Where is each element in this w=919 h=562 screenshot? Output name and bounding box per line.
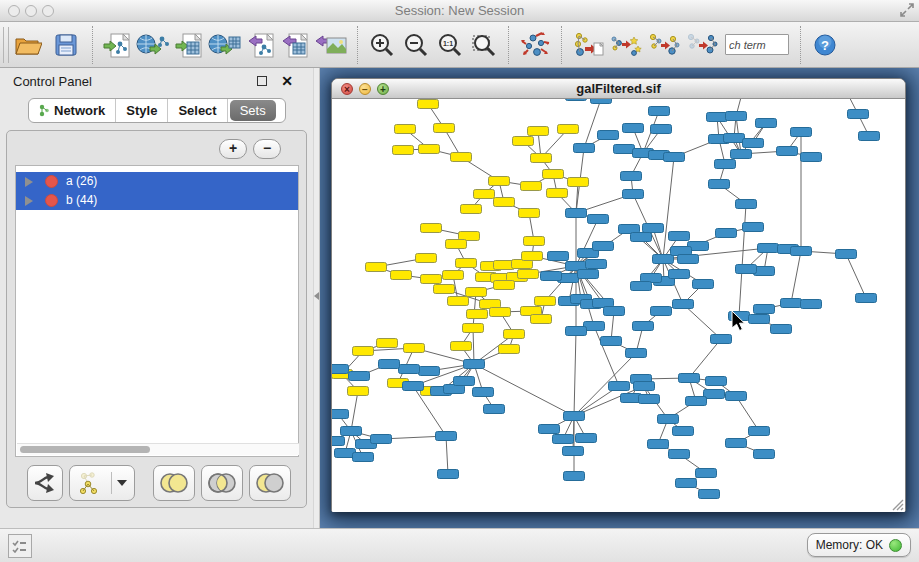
import-table-file-icon[interactable]	[172, 25, 206, 65]
graph-node[interactable]	[651, 307, 672, 316]
horizontal-scrollbar[interactable]	[17, 443, 299, 455]
tab-style[interactable]: Style	[116, 99, 168, 122]
graph-node[interactable]	[332, 365, 349, 374]
graph-node[interactable]	[669, 270, 690, 279]
graph-node[interactable]	[564, 472, 585, 481]
list-item[interactable]: a (26)	[16, 172, 298, 191]
graph-node[interactable]	[686, 397, 707, 406]
graph-node[interactable]	[443, 271, 464, 280]
graph-node[interactable]	[504, 330, 525, 339]
add-set-button[interactable]: +	[219, 139, 247, 159]
graph-node[interactable]	[391, 271, 412, 280]
graph-node[interactable]	[848, 110, 869, 119]
graph-node[interactable]	[522, 252, 543, 261]
graph-node[interactable]	[658, 415, 679, 424]
import-table-web-icon[interactable]	[206, 25, 244, 65]
grow-selection-icon[interactable]	[645, 25, 683, 65]
graph-node[interactable]	[563, 447, 584, 456]
network-canvas[interactable]	[332, 99, 905, 512]
graph-node[interactable]	[588, 215, 609, 224]
graph-node[interactable]	[801, 300, 822, 309]
graph-node[interactable]	[574, 144, 595, 153]
graph-node[interactable]	[693, 280, 714, 289]
graph-node[interactable]	[715, 160, 736, 169]
network-frame[interactable]: × − + galFiltered.sif	[331, 78, 906, 512]
graph-node[interactable]	[434, 124, 455, 133]
graph-node[interactable]	[341, 427, 362, 436]
tab-sets[interactable]: Sets	[230, 100, 276, 121]
search-input[interactable]	[725, 34, 789, 55]
graph-node[interactable]	[631, 282, 652, 291]
graph-node[interactable]	[649, 107, 670, 116]
graph-node[interactable]	[791, 128, 812, 137]
graph-node[interactable]	[451, 153, 472, 162]
graph-node[interactable]	[716, 229, 737, 238]
graph-node[interactable]	[353, 453, 374, 462]
graph-node[interactable]	[631, 233, 652, 242]
graph-node[interactable]	[332, 437, 345, 446]
graph-node[interactable]	[724, 134, 745, 143]
graph-node[interactable]	[466, 288, 487, 297]
graph-node[interactable]	[643, 224, 664, 233]
graph-node[interactable]	[473, 388, 494, 397]
graph-node[interactable]	[609, 382, 630, 391]
graph-node[interactable]	[399, 365, 420, 374]
graph-node[interactable]	[604, 307, 625, 316]
graph-node[interactable]	[548, 252, 569, 261]
graph-node[interactable]	[614, 145, 635, 154]
graph-node[interactable]	[731, 150, 752, 159]
dropdown-caret-icon[interactable]	[117, 480, 127, 486]
network-frame-titlebar[interactable]: × − + galFiltered.sif	[332, 79, 905, 99]
graph-node[interactable]	[403, 382, 424, 391]
graph-node[interactable]	[421, 275, 442, 284]
graph-node[interactable]	[553, 435, 574, 444]
frame-resize-grip[interactable]	[890, 497, 904, 511]
graph-node[interactable]	[679, 374, 700, 383]
graph-node[interactable]	[454, 377, 475, 386]
export-image-icon[interactable]	[312, 25, 350, 65]
graph-node[interactable]	[531, 154, 552, 163]
list-item[interactable]: b (44)	[16, 191, 298, 210]
export-network-icon[interactable]	[244, 25, 278, 65]
graph-node[interactable]	[726, 112, 747, 121]
graph-node[interactable]	[754, 305, 775, 314]
graph-node[interactable]	[634, 382, 655, 391]
graph-node[interactable]	[494, 198, 515, 207]
window-expand-icon[interactable]	[899, 2, 915, 18]
graph-node[interactable]	[673, 300, 694, 309]
graph-node[interactable]	[404, 344, 425, 353]
graph-node[interactable]	[494, 281, 515, 290]
graph-node[interactable]	[711, 335, 732, 344]
graph-node[interactable]	[418, 100, 439, 109]
graph-node[interactable]	[726, 439, 747, 448]
graph-node[interactable]	[474, 190, 495, 199]
close-panel-icon[interactable]: ✕	[281, 73, 293, 89]
graph-node[interactable]	[489, 177, 510, 186]
graph-node[interactable]	[566, 327, 587, 336]
graph-node[interactable]	[664, 153, 685, 162]
graph-node[interactable]	[566, 99, 587, 101]
splitter-collapse-icon[interactable]	[314, 292, 319, 300]
graph-node[interactable]	[377, 339, 398, 348]
panel-splitter[interactable]	[313, 68, 320, 528]
graph-node[interactable]	[519, 209, 540, 218]
graph-node[interactable]	[593, 242, 614, 251]
scrollbar-thumb[interactable]	[20, 446, 150, 453]
graph-node[interactable]	[678, 255, 699, 264]
help-icon[interactable]: ?	[808, 25, 842, 65]
graph-node[interactable]	[558, 125, 579, 134]
graph-node[interactable]	[707, 113, 728, 122]
graph-node[interactable]	[448, 297, 469, 306]
save-session-icon[interactable]	[47, 25, 85, 65]
graph-node[interactable]	[543, 170, 564, 179]
graph-node[interactable]	[648, 440, 669, 449]
graph-node[interactable]	[490, 308, 511, 317]
graph-node[interactable]	[856, 294, 877, 303]
graph-node[interactable]	[348, 387, 369, 396]
graph-node[interactable]	[564, 412, 585, 421]
graph-node[interactable]	[621, 172, 642, 181]
graph-node[interactable]	[626, 349, 647, 358]
graph-node[interactable]	[736, 200, 757, 209]
graph-node[interactable]	[726, 392, 747, 401]
tab-network[interactable]: Network	[29, 99, 116, 122]
